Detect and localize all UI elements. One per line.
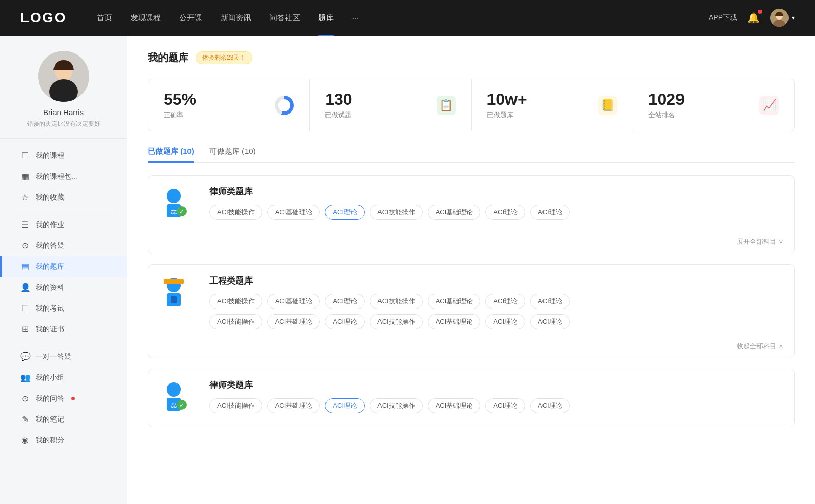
svg-point-15 [167,382,181,397]
tag-item-active[interactable]: ACI理论 [325,398,365,413]
exam-icon: ☐ [20,303,30,313]
tabs-row: 已做题库 (10) 可做题库 (10) [148,147,795,163]
main-layout: Brian Harris 错误的决定比没有决定要好 ☐ 我的课程 ▦ 我的课程包… [0,36,815,504]
tag-item[interactable]: ACI技能操作 [209,398,262,413]
tag-item[interactable]: ACI基础理论 [428,398,481,413]
tag-item[interactable]: ACI基础理论 [267,314,320,329]
tag-item[interactable]: ACI基础理论 [267,205,320,220]
certificate-icon: ⊞ [20,324,30,334]
tag-item[interactable]: ACI基础理论 [267,294,320,309]
tag-item[interactable]: ACI基础理论 [428,294,481,309]
sidebar-item-my-group[interactable]: 👥 我的小组 [0,367,127,388]
svg-point-6 [167,189,181,203]
bank-footer-2: 收起全部科目 ∧ [148,338,794,358]
sidebar-item-my-data[interactable]: 👤 我的资料 [0,277,127,298]
tag-item[interactable]: ACI基础理论 [428,205,481,220]
collapse-link-2[interactable]: 收起全部科目 ∧ [737,342,784,351]
tag-item[interactable]: ACI技能操作 [370,314,423,329]
points-icon: ◉ [20,435,30,445]
tag-item[interactable]: ACI理论 [530,398,570,413]
bank-card-lawyer-1: ⚖ ✓ 律师类题库 ACI技能操作 ACI基础理论 ACI理论 ACI技能操作 … [148,175,795,254]
svg-text:⚖: ⚖ [171,208,177,216]
profile-section: Brian Harris 错误的决定比没有决定要好 [0,51,127,139]
course-icon: ☐ [20,151,30,160]
bank-title-3: 律师类题库 [209,379,784,391]
lawyer-icon-2: ⚖ ✓ [158,381,189,414]
sidebar-item-my-homework[interactable]: ☰ 我的作业 [0,214,127,235]
svg-text:✓: ✓ [179,402,184,409]
sidebar-item-one-on-one[interactable]: 💬 一对一答疑 [0,346,127,367]
sidebar-item-my-favorites[interactable]: ☆ 我的收藏 [0,187,127,208]
stat-accuracy: 55% 正确率 [148,79,310,131]
nav-news[interactable]: 新闻资讯 [221,11,251,25]
stat-ranking-value: 1029 [648,91,752,108]
tag-item[interactable]: ACI技能操作 [209,294,262,309]
tag-item[interactable]: ACI理论 [325,314,365,329]
tag-item[interactable]: ACI技能操作 [209,205,262,220]
logo[interactable]: LOGO [20,10,66,26]
tag-item[interactable]: ACI基础理论 [428,314,481,329]
sidebar-item-my-course-packages[interactable]: ▦ 我的课程包... [0,166,127,187]
sidebar-item-my-courses[interactable]: ☐ 我的课程 [0,145,127,166]
nav-more[interactable]: ··· [352,12,359,24]
tag-item[interactable]: ACI理论 [530,314,570,329]
tag-item[interactable]: ACI技能操作 [209,314,262,329]
questions-icon: 📋 [437,96,456,115]
banks-icon: 📒 [598,96,617,115]
tag-item[interactable]: ACI技能操作 [370,398,423,413]
stat-questions-value: 130 [325,91,429,108]
bank-icon-area-3: ⚖ ✓ [148,369,199,427]
tag-item[interactable]: ACI理论 [485,294,525,309]
tag-item[interactable]: ACI理论 [530,294,570,309]
app-download-button[interactable]: APP下载 [709,13,737,22]
stat-banks-value: 10w+ [487,91,591,108]
tag-item[interactable]: ACI理论 [485,398,525,413]
trial-badge: 体验剩余23天！ [196,51,252,64]
sidebar-item-my-qa[interactable]: ⊙ 我的问答 [0,388,127,409]
tag-item[interactable]: ACI技能操作 [370,205,423,220]
nav-questionbank[interactable]: 题库 [318,11,334,25]
tag-item-active[interactable]: ACI理论 [325,205,365,220]
tab-available-banks[interactable]: 可做题库 (10) [209,147,256,162]
tag-item[interactable]: ACI理论 [530,205,570,220]
tab-done-banks[interactable]: 已做题库 (10) [148,147,194,162]
profile-motto: 错误的决定比没有决定要好 [27,120,100,128]
stat-accuracy-label: 正确率 [164,110,267,120]
tag-item[interactable]: ACI理论 [325,294,365,309]
sidebar-menu: ☐ 我的课程 ▦ 我的课程包... ☆ 我的收藏 ☰ 我的作业 ⊙ 我的答疑 ▤ [0,139,127,457]
nav-discover[interactable]: 发现课程 [130,11,161,25]
stat-banks-label: 已做题库 [487,110,591,120]
navbar-right: APP下载 🔔 ▾ [709,9,795,27]
expand-link-1[interactable]: 展开全部科目 ∨ [737,237,784,246]
tag-item[interactable]: ACI理论 [485,314,525,329]
page-title: 我的题库 [148,51,188,65]
sidebar-item-my-questions[interactable]: ⊙ 我的答疑 [0,235,127,256]
stat-questions-done: 130 已做试题 📋 [310,79,471,131]
bank-card-engineer: 工程类题库 ACI技能操作 ACI基础理论 ACI理论 ACI技能操作 ACI基… [148,264,795,358]
star-icon: ☆ [20,192,30,202]
sidebar-item-my-notes[interactable]: ✎ 我的笔记 [0,409,127,430]
sidebar-item-my-points[interactable]: ◉ 我的积分 [0,430,127,451]
nav-open[interactable]: 公开课 [179,11,202,25]
user-avatar-menu[interactable]: ▾ [770,9,795,27]
sidebar-item-my-certificate[interactable]: ⊞ 我的证书 [0,319,127,340]
bank-icon-area: ⚖ ✓ [148,176,199,233]
sidebar-item-my-questionbank[interactable]: ▤ 我的题库 [0,256,127,277]
stats-row: 55% 正确率 130 已做试题 📋 10w+ [148,79,795,131]
notification-badge [758,10,762,14]
tag-item[interactable]: ACI技能操作 [370,294,423,309]
nav-qa[interactable]: 问答社区 [269,11,300,25]
chevron-down-icon: ▾ [792,14,795,21]
tag-item[interactable]: ACI理论 [485,205,525,220]
bank-card-lawyer-2: ⚖ ✓ 律师类题库 ACI技能操作 ACI基础理论 ACI理论 ACI技能操作 … [148,369,795,427]
homework-icon: ☰ [20,220,30,230]
nav-menu: 首页 发现课程 公开课 新闻资讯 问答社区 题库 ··· [97,11,709,25]
bank-icon-area-2 [148,265,199,322]
tag-item[interactable]: ACI基础理论 [267,398,320,413]
qa-red-dot [71,397,75,400]
notification-bell-icon[interactable]: 🔔 [747,12,760,24]
chat-icon: 💬 [20,352,30,361]
accuracy-pie-chart [275,96,294,115]
sidebar-item-my-exam[interactable]: ☐ 我的考试 [0,298,127,319]
nav-home[interactable]: 首页 [97,11,112,25]
